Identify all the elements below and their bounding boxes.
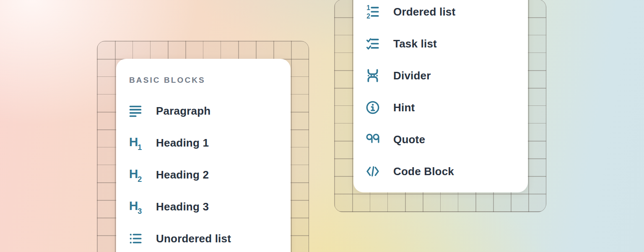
task-list-icon	[365, 36, 380, 51]
blocks-card-continued: 1 2 Ordered list Task list	[353, 0, 528, 192]
menu-item-label: Unordered list	[156, 232, 231, 245]
menu-item-heading-2[interactable]: H2 Heading 2	[116, 159, 291, 191]
menu-item-hint[interactable]: Hint	[353, 92, 528, 123]
code-block-icon	[365, 164, 380, 179]
menu-item-label: Heading 1	[156, 136, 209, 150]
menu-item-label: Task list	[393, 37, 437, 50]
quote-icon	[365, 132, 380, 147]
unordered-list-icon	[128, 231, 143, 246]
menu-item-quote[interactable]: Quote	[353, 123, 528, 155]
menu-item-paragraph[interactable]: Paragraph	[116, 95, 291, 127]
heading-1-icon: H1	[128, 135, 143, 150]
heading-2-icon: H2	[128, 167, 143, 182]
menu-item-label: Paragraph	[156, 105, 210, 118]
menu-item-task-list[interactable]: Task list	[353, 28, 528, 60]
basic-blocks-card: BASIC BLOCKS Paragraph H1 Heading 1 H2	[116, 59, 291, 252]
menu-item-label: Divider	[393, 69, 431, 82]
heading-3-icon: H3	[128, 199, 143, 214]
menu-item-label: Hint	[393, 101, 415, 114]
menu-item-label: Code Block	[393, 165, 454, 178]
menu-item-label: Heading 3	[156, 200, 209, 213]
svg-text:1: 1	[366, 5, 370, 11]
menu-item-label: Quote	[393, 133, 425, 146]
menu-item-heading-1[interactable]: H1 Heading 1	[116, 127, 291, 159]
menu-item-ordered-list[interactable]: 1 2 Ordered list	[353, 0, 528, 28]
menu-item-heading-3[interactable]: H3 Heading 3	[116, 191, 291, 223]
divider-icon	[365, 68, 380, 83]
paragraph-icon	[128, 103, 143, 118]
ordered-list-icon: 1 2	[365, 4, 380, 19]
menu-item-label: Ordered list	[393, 5, 455, 18]
basic-blocks-menu: Paragraph H1 Heading 1 H2 Heading 2 H3 H…	[116, 95, 291, 252]
blocks-menu: 1 2 Ordered list Task list	[353, 0, 528, 187]
menu-item-divider[interactable]: Divider	[353, 60, 528, 92]
hint-icon	[365, 100, 380, 115]
menu-item-code-block[interactable]: Code Block	[353, 155, 528, 187]
menu-item-unordered-list[interactable]: Unordered list	[116, 223, 291, 252]
menu-item-label: Heading 2	[156, 168, 209, 181]
editor-blocks-illustration: BASIC BLOCKS Paragraph H1 Heading 1 H2	[0, 0, 644, 252]
section-title: BASIC BLOCKS	[129, 75, 291, 86]
svg-text:2: 2	[366, 13, 370, 19]
